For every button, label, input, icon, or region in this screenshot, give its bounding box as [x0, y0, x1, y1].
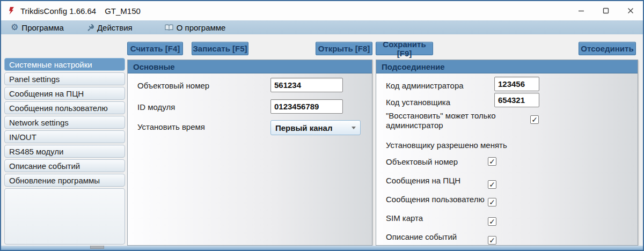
connection-panel-header: Подсоединение: [376, 60, 638, 73]
app-window: TrikdisConfig 1.66.64 GT_M150 ⚙ Программ…: [0, 0, 644, 251]
set-time-label: Установить время: [137, 122, 205, 131]
menu-actions[interactable]: Действия: [81, 20, 138, 34]
sidebar-item-firmware-update[interactable]: Обновление программы: [4, 174, 125, 187]
restore-admin-only-checkbox[interactable]: [530, 115, 539, 124]
perm-event-descriptions-checkbox[interactable]: [488, 236, 496, 245]
sidebar-item-label: RS485 модули: [9, 147, 63, 156]
close-button[interactable]: [618, 1, 643, 20]
sidebar-item-network-settings[interactable]: Network settings: [4, 116, 125, 129]
perm-cms-messages-checkbox[interactable]: [488, 180, 496, 189]
maximize-button[interactable]: [594, 1, 618, 20]
menu-about-label: О программе: [177, 23, 226, 32]
menubar: ⚙ Программа Действия О программе: [1, 20, 643, 34]
sidebar-item-label: Network settings: [9, 118, 69, 127]
sidebar: Системные настройки Panel settings Сообщ…: [4, 58, 125, 245]
window-controls: [569, 1, 643, 20]
perm-user-messages-label: Сообщения пользователю: [386, 195, 485, 204]
minimize-button[interactable]: [569, 1, 594, 20]
sidebar-item-label: Системные настройки: [9, 60, 92, 69]
perm-object-number-label: Объектовый номер: [386, 157, 458, 166]
menu-program-label: Программа: [21, 23, 64, 32]
sidebar-item-label: Сообщения пользователю: [9, 104, 108, 113]
chevron-down-icon: [352, 127, 356, 131]
app-logo-icon: [8, 6, 16, 15]
book-icon: [165, 24, 173, 31]
sidebar-item-panel-settings[interactable]: Panel settings: [4, 72, 125, 85]
restore-admin-only-label: "Восстановить" может только администрато…: [386, 111, 524, 130]
set-time-selected-value: Первый канал: [275, 123, 333, 132]
module-id-input[interactable]: [270, 99, 343, 114]
perm-object-number-checkbox[interactable]: [488, 157, 496, 166]
object-number-input[interactable]: [270, 78, 343, 92]
sidebar-empty-area: [4, 188, 125, 245]
perm-event-descriptions-label: Описание событий: [386, 232, 457, 241]
object-number-label: Объектовый номер: [137, 81, 209, 90]
sidebar-item-label: Обновление программы: [9, 176, 100, 185]
sidebar-item-user-messages[interactable]: Сообщения пользователю: [4, 101, 125, 114]
maximize-icon: [603, 8, 609, 14]
sidebar-item-label: Panel settings: [9, 75, 60, 84]
sidebar-item-cms-messages[interactable]: Сообщения на ПЦН: [4, 87, 125, 100]
wrench-icon: [86, 24, 94, 31]
admin-code-input[interactable]: [494, 77, 539, 91]
sidebar-item-rs485-modules[interactable]: RS485 модули: [4, 145, 125, 158]
installer-code-label: Код установщика: [386, 98, 450, 107]
write-button[interactable]: Записать [F5]: [192, 42, 248, 55]
perm-user-messages-checkbox[interactable]: [488, 198, 496, 206]
close-icon: [627, 8, 634, 14]
content-area: Считать [F4] Записать [F5] Открыть [F8] …: [1, 34, 643, 246]
menu-actions-label: Действия: [97, 23, 133, 32]
admin-code-label: Код администратора: [386, 81, 464, 90]
save-button[interactable]: Сохранить [F9]: [376, 42, 433, 55]
read-button[interactable]: Считать [F4]: [127, 42, 183, 55]
sidebar-item-in-out[interactable]: IN/OUT: [4, 130, 125, 143]
titlebar: TrikdisConfig 1.66.64 GT_M150: [1, 1, 643, 20]
perm-sim-card-checkbox[interactable]: [488, 217, 496, 226]
menu-program[interactable]: ⚙ Программа: [5, 20, 69, 34]
installer-allowed-heading: Установщику разрешено менять: [386, 141, 507, 150]
menu-about[interactable]: О программе: [159, 20, 231, 34]
minimize-icon: [578, 8, 584, 14]
set-time-dropdown[interactable]: Первый канал: [270, 120, 361, 135]
sidebar-item-system-settings[interactable]: Системные настройки: [4, 58, 125, 71]
installer-code-input[interactable]: [494, 93, 539, 107]
sidebar-item-event-descriptions[interactable]: Описание событий: [4, 159, 125, 172]
window-title: TrikdisConfig 1.66.64: [20, 6, 96, 16]
sidebar-item-label: Сообщения на ПЦН: [9, 89, 84, 98]
sidebar-item-label: Описание событий: [9, 161, 80, 171]
connection-panel: Подсоединение Код администратора Код уст…: [376, 60, 638, 246]
disconnect-button[interactable]: Отсоединить: [579, 42, 636, 55]
perm-cms-messages-label: Сообщения на ПЦН: [386, 176, 460, 185]
open-button[interactable]: Открыть [F8]: [316, 42, 372, 55]
gear-icon: ⚙: [11, 23, 18, 32]
module-id-label: ID модуля: [137, 102, 175, 112]
sidebar-item-label: IN/OUT: [9, 132, 36, 142]
window-bottom-edge: [1, 246, 643, 250]
device-name: GT_M150: [105, 6, 141, 16]
basic-settings-panel: Основные Объектовый номер ID модуля Уста…: [127, 60, 372, 246]
bottom-notch: [90, 246, 104, 249]
perm-sim-card-label: SIM карта: [386, 213, 423, 223]
basic-panel-header: Основные: [128, 60, 372, 73]
